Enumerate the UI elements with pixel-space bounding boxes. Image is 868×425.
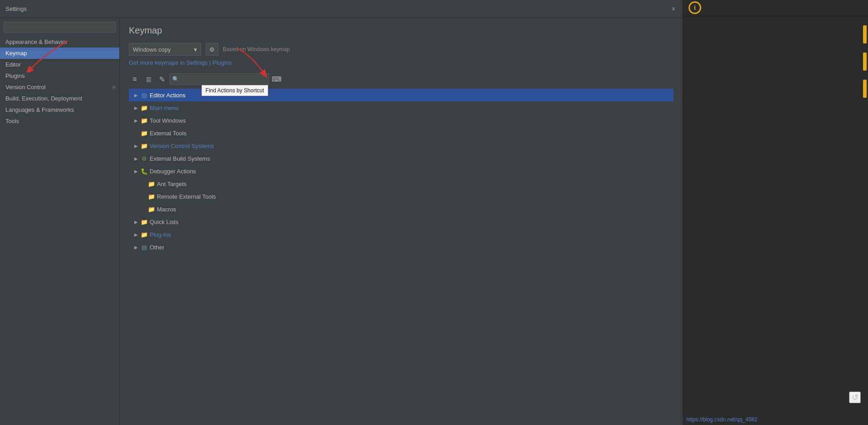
undo-icon: ↺ [852,392,859,402]
sidebar-item-appearance[interactable]: Appearance & Behavior [0,36,119,48]
sidebar-item-editor[interactable]: Editor [0,59,119,70]
right-scrollbar[interactable] [862,16,868,152]
tree-item-version-control-systems[interactable]: ▶ 📁 Version Control Systems [129,139,674,152]
tree-item-debugger-actions[interactable]: ▶ 🐛 Debugger Actions [129,165,674,177]
keymap-header: Windows copy ▾ ⚙ Based on Windows keymap [129,43,674,56]
browser-tabs: i [683,0,868,16]
tree-item-ant-targets[interactable]: ▶ 📁 Ant Targets [129,177,674,190]
tree-item-external-build-systems[interactable]: ▶ ⚙ External Build Systems [129,152,674,165]
collapse-all-button[interactable]: ≣ [142,73,154,85]
expand-arrow-icon: ▶ [132,218,140,225]
page-title: Keymap [129,25,674,36]
sidebar-search-area [0,18,119,36]
expand-arrow-icon: ▶ [132,104,140,111]
folder-debug-icon: 🐛 [141,167,148,175]
folder-icon: 📁 [141,142,148,149]
folder-build-icon: ⚙ [141,155,148,162]
sidebar-search-input[interactable] [4,22,116,33]
copy-icon: ⎘ [113,85,116,90]
tree-item-external-tools[interactable]: ▶ 📁 External Tools [129,127,674,139]
notification-icon: i [689,1,701,14]
expand-arrow-icon: ▶ [132,244,140,251]
tree-container: ▶ ▤ Editor Actions ▶ 📁 Main menu ▶ 📁 Too… [129,89,674,418]
url-bar: https://blog.csdn.net/qq_4582 [683,414,868,425]
sidebar: Appearance & Behavior Keymap Editor Plug… [0,18,120,425]
expand-arrow-icon: ▶ [132,142,140,149]
folder-icon: 📁 [141,231,148,238]
tree-item-tool-windows[interactable]: ▶ 📁 Tool Windows [129,114,674,127]
folder-icon: 📁 [141,104,148,111]
tree-item-main-menu[interactable]: ▶ 📁 Main menu [129,101,674,114]
tree-item-plug-ins[interactable]: ▶ 📁 Plug-ins [129,228,674,241]
main-content: Keymap Windows copy ▾ ⚙ Based on Windows… [120,18,683,425]
title-bar: Settings × [0,0,683,18]
settings-window: Settings × Appearance & Behavior Keymap … [0,0,683,425]
tree-item-macros[interactable]: ▶ 📁 Macros [129,203,674,215]
expand-all-icon: ≡ [132,75,137,83]
folder-icon: 📁 [141,129,148,137]
keyboard-icon: ⌨ [272,75,282,83]
action-toolbar-area: ≡ ≣ ✎ 🔍 ⌨ [129,73,674,89]
expand-arrow-icon: ▶ [132,117,140,124]
sidebar-item-keymap[interactable]: Keymap [0,48,119,59]
search-box: 🔍 [170,73,269,85]
expand-arrow-icon: ▶ [132,167,140,175]
gear-icon: ⚙ [209,46,215,53]
collapse-all-icon: ≣ [146,75,151,84]
scrollbar-thumb-1 [863,25,867,43]
expand-arrow-icon: ▶ [132,91,140,99]
expand-arrow-icon: ▶ [132,231,140,238]
gear-button[interactable]: ⚙ [206,43,218,56]
folder-icon: 📁 [141,218,148,225]
tree-item-other[interactable]: ▶ ▤ Other [129,241,674,253]
close-button[interactable]: × [669,5,678,14]
edit-icon: ✎ [159,75,165,84]
folder-special-icon: ▤ [141,91,148,99]
tree-item-quick-lists[interactable]: ▶ 📁 Quick Lists [129,215,674,228]
scrollbar-thumb-3 [863,80,867,98]
window-title: Settings [5,5,27,12]
sidebar-item-version-control[interactable]: Version Control ⎘ [0,81,119,93]
search-icon: 🔍 [172,76,179,82]
tree-item-remote-external-tools[interactable]: ▶ 📁 Remote External Tools [129,190,674,203]
sidebar-item-build-exec[interactable]: Build, Execution, Deployment [0,93,119,104]
sidebar-item-languages[interactable]: Languages & Frameworks [0,104,119,115]
folder-icon: 📁 [141,117,148,124]
action-toolbar: ≡ ≣ ✎ 🔍 ⌨ [129,73,283,85]
sidebar-item-plugins[interactable]: Plugins [0,70,119,81]
get-more-keymaps-link[interactable]: Get more keymaps in Settings | Plugins [129,59,231,66]
sidebar-item-tools[interactable]: Tools [0,115,119,127]
keymap-link-row: Get more keymaps in Settings | Plugins [129,59,674,66]
folder-icon: 📁 [148,193,155,200]
expand-all-button[interactable]: ≡ [129,73,141,85]
edit-shortcut-button[interactable]: ✎ [156,73,168,85]
based-on-label: Based on Windows keymap [223,46,290,53]
keymap-dropdown[interactable]: Windows copy ▾ [129,43,201,56]
search-input[interactable] [170,73,269,85]
expand-arrow-icon: ▶ [132,155,140,162]
folder-icon: 📁 [148,180,155,187]
folder-special2-icon: ▤ [141,244,148,251]
folder-icon: 📁 [148,205,155,213]
scrollbar-thumb-2 [863,53,867,71]
tree-item-editor-actions[interactable]: ▶ ▤ Editor Actions [129,89,674,101]
url-text[interactable]: https://blog.csdn.net/qq_4582 [686,416,757,423]
chevron-down-icon: ▾ [194,46,197,53]
window-body: Appearance & Behavior Keymap Editor Plug… [0,18,683,425]
find-shortcut-button[interactable]: ⌨ [271,73,283,85]
right-panel: i ↺ https://blog.csdn.net/qq_4582 [683,0,868,425]
undo-button[interactable]: ↺ [849,392,861,403]
orange-circle-button[interactable]: i [687,0,703,16]
find-shortcut-container: ⌨ Find Actions by Shortcut [271,73,283,85]
